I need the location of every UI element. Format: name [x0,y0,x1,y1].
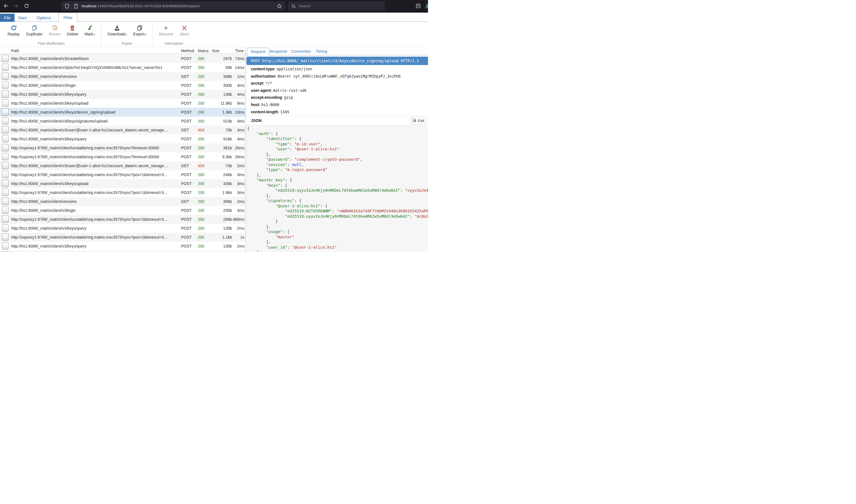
bookmark-star-icon[interactable] [277,3,282,9]
flow-row[interactable]: http://hs1:8008/_matrix/client/versionsG… [0,72,245,81]
flow-row[interactable]: http://hs1:8008/_matrix/client/versionsG… [0,197,245,206]
tab-timing[interactable]: Timing [316,48,327,55]
flow-row[interactable]: http://ssproxy1:6789/_matrix/client/unst… [0,215,245,224]
json-line: } [247,250,428,252]
replay-button[interactable]: Replay [5,24,23,37]
toolbar-group: Download▾Export▾Export [101,22,152,47]
abort-button[interactable]: Abort [177,24,192,37]
column-header-size[interactable]: Size [212,48,219,54]
flow-kind-icon [2,162,8,169]
request-header: accept-encoding: gzip [251,94,427,101]
shield-icon[interactable] [64,3,70,9]
flow-time: 3ms [232,188,244,197]
tab-response[interactable]: Response [270,48,287,55]
url-bar[interactable]: localhost:1445/#/flows/fba5f13d-91e1-437… [61,1,285,11]
download-button[interactable]: Download▾ [105,24,130,37]
flow-row[interactable]: http://hs1:8008/_matrix/client/v3/create… [0,54,245,63]
flow-time: 26ms [232,152,244,161]
flow-row[interactable]: http://hs1:8008/_matrix/client/v3/keys/q… [0,224,245,233]
flow-row[interactable]: http://ssproxy1:6789/_matrix/client/unst… [0,188,245,197]
request-header: authorization: Bearer syt_dXNlci0xLWFsaW… [251,73,427,80]
divider [246,115,428,116]
flow-row[interactable]: http://ssproxy1:6789/_matrix/client/unst… [0,170,245,179]
flow-kind-icon [2,180,8,187]
flow-row[interactable]: http://hs1:8008/_matrix/client/v3/user/@… [0,126,245,134]
browser-toolbar: localhost:1445/#/flows/fba5f13d-91e1-437… [0,0,428,12]
flow-kind-icon [2,242,8,250]
delete-button[interactable]: Delete [64,24,81,37]
flow-row[interactable]: http://hs1:8008/_matrix/client/v3/loginP… [0,206,245,215]
flow-row[interactable]: http://hs1:8008/_matrix/client/v3/keys/s… [0,116,245,126]
edit-button[interactable]: Edit [410,117,427,124]
column-header-status[interactable]: Status [198,48,209,54]
reload-icon[interactable] [24,3,29,8]
flow-path: http://ssproxy1:6789/_matrix/client/unst… [11,170,179,179]
header-value: Bearer syt_dXNlci0xLWFsaWNl_eQfgkZywoiMg… [278,74,400,78]
edit-button-label: Edit [418,119,424,123]
flow-method: POST [181,170,197,179]
revert-button[interactable]: Revert [46,24,63,37]
flow-row[interactable]: http://hs1:8008/_matrix/client/v3/keys/q… [0,90,245,99]
back-icon[interactable] [3,3,8,8]
flow-row[interactable]: http://hs1:8008/_matrix/client/v3/keys/d… [0,108,245,116]
flow-row[interactable]: http://ssproxy1:6789/_matrix/client/unst… [0,233,245,242]
column-header-path[interactable]: Path [11,48,19,54]
json-line: "session": null, [247,162,428,167]
request-line[interactable]: POST http://hs1:8008/_matrix/client/v3/k… [246,57,428,65]
flow-row[interactable]: http://hs1:8008/_matrix/client/v3/keys/q… [0,134,245,143]
column-header-time[interactable]: Time [231,48,244,54]
menu-options[interactable]: Options [37,14,51,22]
flow-method: POST [181,108,197,116]
downloads-icon[interactable] [424,3,428,8]
flow-size: 306b [208,197,232,206]
search-icon [291,4,296,8]
flow-row[interactable]: http://ssproxy1:6789/_matrix/client/unst… [0,143,245,152]
json-line: "usage": [ [247,229,428,234]
mark-button[interactable]: Mark▾ [82,24,98,37]
flow-row[interactable]: http://hs1:8008/_matrix/client/v3/keys/q… [0,242,245,251]
flow-size: 138b [208,90,232,99]
flow-row[interactable]: http://hs1:8008/_matrix/client/v3/keys/u… [0,179,245,188]
page-info-icon[interactable] [73,3,79,9]
export-button[interactable]: Export▾ [131,24,149,37]
tab-connection[interactable]: Connection [291,48,311,55]
file-menu-button[interactable]: File [0,14,15,22]
toolbar-button-label: Export▾ [133,32,147,36]
flow-time: 13ms [232,108,244,116]
flow-time: 25ms [232,143,244,152]
forward-icon[interactable] [13,3,19,8]
tab-flow[interactable]: Flow [58,13,78,22]
json-line: "master" [247,234,428,240]
flow-row[interactable] [0,251,245,252]
json-body[interactable]: { "auth": { "identifier": { "type": "m.i… [246,125,428,252]
flow-path: http://hs1:8008/_matrix/client/v3/keys/s… [11,116,179,126]
flow-size: 297b [208,54,232,63]
header-name: authorization [251,74,275,78]
flow-path: http://hs1:8008/_matrix/client/v3/keys/q… [11,134,179,143]
flow-kind-icon [2,108,8,115]
duplicate-button[interactable]: Duplicate [23,24,45,37]
flow-row[interactable]: http://ssproxy1:6789/_matrix/client/unst… [0,152,245,161]
flow-time: 2ms [232,161,244,170]
pocket-icon[interactable] [415,3,421,8]
resume-button[interactable]: Resume [156,24,176,37]
json-line: { [247,126,428,131]
flow-method: GET [181,72,197,81]
json-line: "user": "@user-1-alice:hs1" [247,146,428,152]
flow-row[interactable]: http://hs1:8008/_matrix/client/v3/keys/u… [0,99,245,108]
menu-start[interactable]: Start [18,14,27,22]
browser-search-bar[interactable] [288,1,385,11]
flow-row[interactable]: http://hs1:8008/_matrix/client/v3/join/%… [0,63,245,72]
header-name: accept-encoding [251,95,282,100]
column-header-method[interactable]: Method [181,48,194,54]
tab-request[interactable]: Request [247,48,269,56]
flow-row[interactable]: http://hs1:8008/_matrix/client/v3/loginP… [0,81,245,90]
flow-method: POST [181,81,197,90]
json-line: "type": "m.id.user", [247,142,428,147]
flow-size: 295b [208,206,232,215]
header-name: host [251,103,259,107]
flow-row[interactable]: http://hs1:8008/_matrix/client/v3/user/@… [0,161,245,170]
flow-kind-icon [2,55,8,62]
flow-method: POST [181,242,197,251]
search-input[interactable] [299,4,377,8]
